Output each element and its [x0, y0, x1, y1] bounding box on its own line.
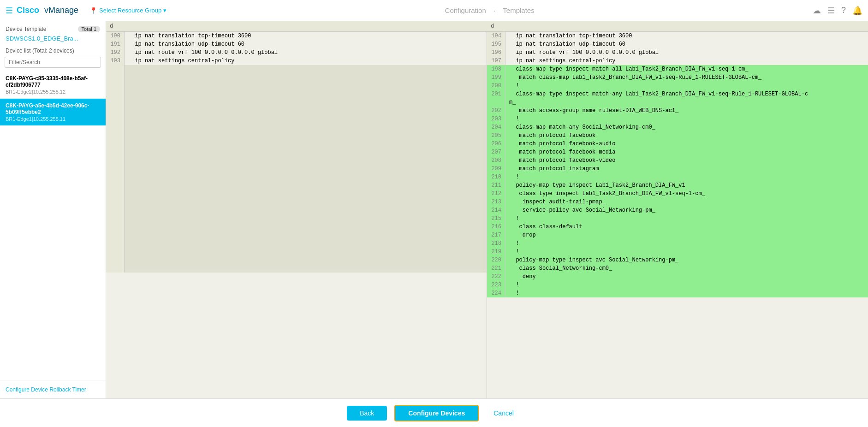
- line-row-added: 219 !: [487, 248, 868, 256]
- line-row-added: 215 !: [487, 214, 868, 223]
- configure-devices-button[interactable]: Configure Devices: [394, 405, 479, 421]
- line-row-added: 218 !: [487, 239, 868, 248]
- location-icon: 📍: [89, 7, 97, 14]
- line-row-empty: [106, 131, 487, 140]
- device-list-title: Device list (Total: 2 devices): [0, 46, 106, 57]
- hamburger-icon[interactable]: ☰: [6, 6, 13, 16]
- device-id: C8K-PAYG-c85-3335-408e-b5af-cf2dbf906777: [6, 75, 100, 88]
- line-row-empty: [106, 98, 487, 107]
- rollback-timer-link[interactable]: Configure Device Rollback Timer: [6, 386, 86, 393]
- line-row-empty: [106, 198, 487, 206]
- line-row-added: 204 class-map match-any Social_Networkin…: [487, 123, 868, 131]
- line-row-empty: [106, 214, 487, 223]
- diff-panel-left[interactable]: 190 ip nat translation tcp-timeout 3600 …: [106, 32, 487, 398]
- line-row-empty: [106, 148, 487, 156]
- device-item-selected[interactable]: C8K-PAYG-a5e-4b5d-42ee-906c-5b09ff5ebbe2…: [0, 99, 106, 126]
- line-row-empty: [106, 82, 487, 90]
- diff-area: d 190 ip nat translation tcp-timeout 360…: [106, 21, 868, 398]
- line-row-empty: [106, 73, 487, 82]
- line-row-empty: [106, 264, 487, 273]
- line-row-added: 206 match protocol facebook-audio: [487, 140, 868, 148]
- line-row-added: 205 match protocol facebook: [487, 131, 868, 140]
- line-row-added: 221 class Social_Networking-cm0_: [487, 264, 868, 273]
- sidebar-footer: Configure Device Rollback Timer: [0, 380, 106, 398]
- page-title: Configuration: [445, 6, 486, 14]
- line-row: 197 ip nat settings central-policy: [487, 57, 868, 65]
- help-icon[interactable]: ?: [841, 6, 846, 15]
- brand-cisco: Cisco: [17, 6, 39, 15]
- cancel-button[interactable]: Cancel: [486, 406, 521, 421]
- chevron-down-icon: ▾: [163, 7, 166, 14]
- line-row-empty: [106, 181, 487, 190]
- device-id-selected: C8K-PAYG-a5e-4b5d-42ee-906c-5b09ff5ebbe2: [6, 102, 100, 115]
- brand-vmanage: vManage: [44, 6, 78, 15]
- sidebar: Device Template Total 1 SDWSCS1.0_EDGE_B…: [0, 21, 106, 398]
- line-row: 192 ip nat route vrf 100 0.0.0.0 0.0.0.0…: [106, 48, 487, 57]
- line-row-added: 200 !: [487, 82, 868, 90]
- device-item[interactable]: C8K-PAYG-c85-3335-408e-b5af-cf2dbf906777…: [0, 71, 106, 99]
- line-row-added: 223 !: [487, 281, 868, 289]
- line-row-empty: [106, 123, 487, 131]
- line-row-added: 198 class-map type inspect match-all Lab…: [487, 65, 868, 73]
- line-row-added: 214 service-policy avc Social_Networking…: [487, 206, 868, 214]
- line-row-added: 209 match protocol instagram: [487, 165, 868, 173]
- line-row-added: 201 class-map type inspect match-any Lab…: [487, 90, 868, 98]
- line-row: 193 ip nat settings central-policy: [106, 57, 487, 65]
- back-button[interactable]: Back: [347, 406, 387, 421]
- diff-right-header: d: [487, 21, 868, 32]
- line-row-added: 207 match protocol facebook-media: [487, 148, 868, 156]
- device-template-label: Device Template: [6, 26, 47, 32]
- line-row-added: 217 drop: [487, 231, 868, 239]
- device-info-selected: BR1-Edge1|10.255.255.11: [6, 116, 100, 122]
- line-row-empty: [106, 65, 487, 73]
- diff-panel-left-container: d 190 ip nat translation tcp-timeout 360…: [106, 21, 487, 398]
- line-row-added: 220 policy-map type inspect avc Social_N…: [487, 256, 868, 264]
- device-list: C8K-PAYG-c85-3335-408e-b5af-cf2dbf906777…: [0, 71, 106, 126]
- line-row-added: 203 !: [487, 115, 868, 123]
- line-row-added: 199 match class-map Lab1_Task2_Branch_DI…: [487, 73, 868, 82]
- device-template-name[interactable]: SDWSCS1.0_EDGE_Bra...: [0, 34, 106, 46]
- line-row-added: 202 match access-group name ruleset-DIA_…: [487, 107, 868, 115]
- topnav: ☰ Cisco vManage 📍 Select Resource Group …: [0, 0, 868, 21]
- line-row-added: 211 policy-map type inspect Lab1_Task2_B…: [487, 181, 868, 190]
- total-badge: Total 1: [78, 26, 100, 32]
- separator: ·: [493, 6, 495, 14]
- line-row-empty: [106, 223, 487, 231]
- line-row: 196 ip nat route vrf 100 0.0.0.0 0.0.0.0…: [487, 48, 868, 57]
- resource-group-label: Select Resource Group: [99, 7, 161, 14]
- line-row-added: 222 deny: [487, 273, 868, 281]
- line-row-empty: [106, 190, 487, 198]
- diff-panel-right[interactable]: 194 ip nat translation tcp-timeout 3600 …: [487, 32, 868, 398]
- page-section: Templates: [503, 6, 534, 14]
- page-title-area: Configuration · Templates: [166, 6, 813, 14]
- line-row-added: m_: [487, 98, 868, 107]
- bottom-bar: Back Configure Devices Cancel: [0, 398, 868, 427]
- main-layout: Device Template Total 1 SDWSCS1.0_EDGE_B…: [0, 21, 868, 398]
- line-row-empty: [106, 248, 487, 256]
- line-row: 195 ip nat translation udp-timeout 60: [487, 40, 868, 48]
- bell-icon[interactable]: 🔔: [852, 6, 862, 16]
- diff-panel-right-container: d 194 ip nat translation tcp-timeout 360…: [487, 21, 868, 398]
- line-row-empty: [106, 115, 487, 123]
- line-row-added: 216 class class-default: [487, 223, 868, 231]
- filter-search-input[interactable]: [5, 57, 101, 68]
- line-row-empty: [106, 239, 487, 248]
- line-row-added: 213 inspect audit-trail-pmap_: [487, 198, 868, 206]
- line-row-empty: [106, 90, 487, 98]
- line-row-empty: [106, 165, 487, 173]
- line-row-empty: [106, 256, 487, 264]
- topnav-left: ☰ Cisco vManage 📍 Select Resource Group …: [6, 6, 166, 16]
- line-row-empty: [106, 140, 487, 148]
- line-row: 191 ip nat translation udp-timeout 60: [106, 40, 487, 48]
- line-row-added: 212 class type inspect Lab1_Task2_Branch…: [487, 190, 868, 198]
- brand-logo: Cisco vManage: [17, 6, 78, 15]
- resource-group-selector[interactable]: 📍 Select Resource Group ▾: [89, 7, 166, 14]
- line-row-added: 224 !: [487, 289, 868, 297]
- cloud-icon[interactable]: ☁: [813, 6, 821, 16]
- diff-panels-wrapper: d 190 ip nat translation tcp-timeout 360…: [106, 21, 868, 398]
- line-row-empty: [106, 206, 487, 214]
- device-info: BR1-Edge2|10.255.255.12: [6, 89, 100, 95]
- line-row-added: 208 match protocol facebook-video: [487, 156, 868, 165]
- line-row-empty: [106, 173, 487, 181]
- menu-icon[interactable]: ☰: [827, 6, 835, 16]
